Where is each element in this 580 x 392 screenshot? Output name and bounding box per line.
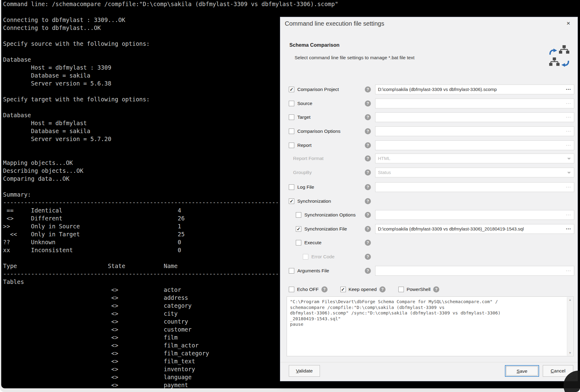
chevron-down-icon xyxy=(567,158,571,162)
browse-button[interactable]: ... xyxy=(566,85,571,91)
validate-button[interactable]: Validate xyxy=(289,365,320,377)
report-label: Report xyxy=(297,143,312,148)
section-subtitle: Select command line file settings to man… xyxy=(295,55,415,60)
browse-button[interactable]: ... xyxy=(566,127,571,133)
comparison-project-input[interactable]: D:\comp\sakila (dbfmylast-3309 vs dbfmyl… xyxy=(375,85,574,94)
save-button[interactable]: Save xyxy=(505,365,539,377)
row-log-file: Log File ? ... xyxy=(280,182,578,192)
groupby-dropdown: Status xyxy=(375,168,574,177)
groupby-value: Status xyxy=(378,170,391,175)
help-icon[interactable]: ? xyxy=(321,286,328,292)
keep-opened-checkbox[interactable]: ✓ xyxy=(340,287,346,292)
synchronization-file-label: Synchronization File xyxy=(304,226,347,232)
report-input[interactable]: ... xyxy=(375,140,574,150)
browse-button[interactable]: ... xyxy=(566,267,571,273)
synchronization-file-checkbox[interactable]: ✓ xyxy=(296,226,301,232)
report-format-label: Report Format xyxy=(293,156,324,161)
report-format-dropdown: HTML xyxy=(375,154,574,163)
browse-button[interactable]: ... xyxy=(566,113,571,119)
scrollbar[interactable]: ▲ ▼ xyxy=(567,297,573,356)
footer-divider xyxy=(280,362,578,362)
arrow-right-icon xyxy=(549,48,557,55)
powershell-checkbox[interactable] xyxy=(398,287,404,292)
schema-compare-icon xyxy=(549,45,572,71)
synchronization-checkbox[interactable]: ✓ xyxy=(289,198,294,204)
row-synchronization: ✓ Synchronization ? xyxy=(280,196,578,206)
arguments-file-checkbox[interactable] xyxy=(289,268,294,274)
help-icon[interactable]: ? xyxy=(365,86,371,93)
browse-button[interactable]: ... xyxy=(566,141,571,147)
help-icon[interactable]: ? xyxy=(365,169,371,176)
help-icon[interactable]: ? xyxy=(379,286,386,292)
browse-button[interactable]: ... xyxy=(566,183,571,189)
help-icon[interactable]: ? xyxy=(365,254,371,260)
synchronization-options-checkbox[interactable] xyxy=(296,212,301,218)
row-synchronization-options: Synchronization Options ? ... xyxy=(280,210,578,220)
help-icon[interactable]: ? xyxy=(365,128,371,134)
bat-options-row: Echo OFF ? ✓ Keep opened ? PowerShell ? xyxy=(289,286,439,292)
comparison-options-checkbox[interactable] xyxy=(289,129,294,134)
echo-off-checkbox[interactable] xyxy=(289,287,294,292)
log-file-checkbox[interactable] xyxy=(289,184,294,190)
org-chart-icon xyxy=(549,57,560,67)
help-icon[interactable]: ? xyxy=(433,286,439,292)
help-icon[interactable]: ? xyxy=(365,155,371,162)
section-title: Schema Comparison xyxy=(289,42,339,48)
row-source: Source ? ... xyxy=(280,98,578,109)
synchronization-file-input[interactable]: D:\comp\sakila (dbfmylast-3309 vs dbfmyl… xyxy=(375,224,574,234)
help-icon[interactable]: ? xyxy=(365,142,371,148)
source-input[interactable]: ... xyxy=(375,99,574,108)
echo-off-label: Echo OFF xyxy=(297,287,319,292)
arguments-file-label: Arguments File xyxy=(297,268,329,274)
close-icon[interactable]: × xyxy=(564,19,573,27)
log-file-input[interactable]: ... xyxy=(375,182,574,192)
help-icon[interactable]: ? xyxy=(365,100,371,107)
row-comparison-project: ✓ Comparison Project ? D:\comp\sakila (d… xyxy=(280,84,578,95)
comparison-options-label: Comparison Options xyxy=(297,129,340,134)
source-checkbox[interactable] xyxy=(289,101,294,106)
target-checkbox[interactable] xyxy=(289,114,294,120)
row-arguments-file: Arguments File ? ... xyxy=(280,266,578,276)
help-icon[interactable]: ? xyxy=(365,268,371,274)
help-icon[interactable]: ? xyxy=(365,212,371,218)
source-label: Source xyxy=(297,101,312,106)
error-code-checkbox xyxy=(303,254,308,260)
comparison-options-input[interactable]: ... xyxy=(375,126,574,136)
keep-opened-label: Keep opened xyxy=(349,287,377,292)
command-line-execution-dialog: Command line execution file settings × S… xyxy=(280,17,578,381)
help-icon[interactable]: ? xyxy=(365,184,371,190)
row-report-format: Report Format ? HTML xyxy=(280,153,578,164)
comparison-project-label: Comparison Project xyxy=(297,87,339,92)
arguments-file-input[interactable]: ... xyxy=(375,266,574,276)
comparison-project-checkbox[interactable]: ✓ xyxy=(289,87,294,92)
bat-file-text: "C:\Program Files\Devart\dbForge Schema … xyxy=(290,299,564,327)
help-icon[interactable]: ? xyxy=(365,198,371,204)
row-error-code: Error Code ? xyxy=(280,252,578,262)
browse-button[interactable]: ... xyxy=(566,225,571,231)
comparison-project-value: D:\comp\sakila (dbfmylast-3309 vs dbfmyl… xyxy=(378,87,497,92)
row-synchronization-file: ✓ Synchronization File ? D:\comp\sakila … xyxy=(280,224,578,234)
synchronization-options-input[interactable]: ... xyxy=(375,210,574,220)
powershell-label: PowerShell xyxy=(407,287,430,292)
bat-file-text-area[interactable]: "C:\Program Files\Devart\dbForge Schema … xyxy=(287,296,574,356)
execute-label: Execute xyxy=(304,240,321,245)
browse-button[interactable]: ... xyxy=(566,211,571,217)
execute-checkbox[interactable] xyxy=(296,240,301,245)
chevron-down-icon xyxy=(567,172,571,176)
scroll-down-icon[interactable]: ▼ xyxy=(567,351,573,354)
row-report: Report ? ... xyxy=(280,140,578,151)
help-icon[interactable]: ? xyxy=(365,240,371,246)
row-execute: Execute ? xyxy=(280,238,578,248)
row-comparison-options: Comparison Options ? ... xyxy=(280,126,578,136)
row-groupby: GroupBy ? Status xyxy=(280,167,578,178)
target-label: Target xyxy=(297,114,310,120)
scroll-up-icon[interactable]: ▲ xyxy=(567,298,573,301)
browse-button[interactable]: ... xyxy=(566,99,571,105)
help-icon[interactable]: ? xyxy=(365,114,371,120)
help-icon[interactable]: ? xyxy=(365,226,371,232)
row-target: Target ? ... xyxy=(280,112,578,122)
error-code-label: Error Code xyxy=(311,254,335,260)
report-checkbox[interactable] xyxy=(289,143,294,148)
target-input[interactable]: ... xyxy=(375,112,574,122)
synchronization-file-value: D:\comp\sakila (dbfmylast-3309 vs dbfmyl… xyxy=(378,226,524,231)
